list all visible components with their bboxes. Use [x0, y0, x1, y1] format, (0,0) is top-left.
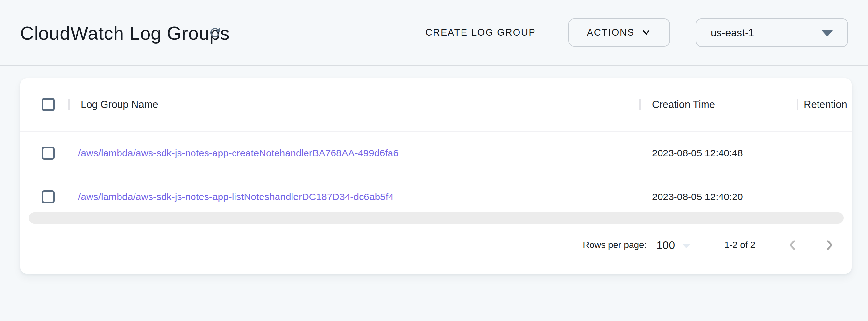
previous-page-button[interactable]: [786, 235, 800, 255]
table-header-row: Log Group Name Creation Time Retention: [20, 78, 852, 132]
dropdown-caret-icon: [822, 30, 833, 36]
table-row: /aws/lambda/aws-sdk-js-notes-app-listNot…: [20, 175, 852, 218]
actions-button-label: ACTIONS: [587, 27, 634, 38]
column-header-retention[interactable]: Retention: [804, 99, 847, 111]
cloudwatch-log-groups-screen: CloudWatch Log Groups CREATE LOG GROUP A…: [0, 0, 868, 321]
column-separator: [68, 99, 70, 111]
column-separator: [639, 99, 641, 111]
row-checkbox[interactable]: [42, 190, 55, 203]
header-divider: [682, 20, 682, 46]
row-checkbox[interactable]: [42, 147, 55, 160]
region-selector-value: us-east-1: [711, 27, 754, 39]
pagination-range: 1-2 of 2: [724, 240, 755, 250]
column-header-creation-time[interactable]: Creation Time: [652, 99, 715, 111]
column-header-log-group-name[interactable]: Log Group Name: [81, 99, 158, 111]
actions-button[interactable]: ACTIONS: [568, 18, 670, 47]
creation-time-cell: 2023-08-05 12:40:20: [652, 191, 743, 202]
chevron-right-icon: [824, 238, 834, 253]
creation-time-cell: 2023-08-05 12:40:48: [652, 148, 743, 159]
next-page-button[interactable]: [823, 235, 835, 255]
page-title: CloudWatch Log Groups: [20, 22, 229, 44]
log-groups-card: Log Group Name Creation Time Retention /…: [20, 78, 852, 274]
pagination-footer: Rows per page: 100 1-2 of 2: [20, 222, 852, 268]
select-all-checkbox[interactable]: [42, 98, 55, 111]
refresh-button[interactable]: [207, 25, 223, 40]
horizontal-scrollbar[interactable]: [29, 212, 844, 224]
dropdown-caret-icon: [682, 244, 690, 248]
chevron-down-icon: [641, 27, 651, 38]
rows-per-page-value: 100: [656, 239, 675, 252]
refresh-icon: [208, 26, 222, 39]
log-group-link[interactable]: /aws/lambda/aws-sdk-js-notes-app-createN…: [78, 148, 399, 159]
column-separator: [797, 99, 798, 111]
chevron-left-icon: [787, 238, 799, 253]
app-header: CloudWatch Log Groups CREATE LOG GROUP A…: [0, 0, 868, 66]
region-selector[interactable]: us-east-1: [696, 18, 848, 47]
rows-per-page-select[interactable]: 100: [656, 239, 690, 252]
table-row: /aws/lambda/aws-sdk-js-notes-app-createN…: [20, 132, 852, 175]
create-log-group-button[interactable]: CREATE LOG GROUP: [416, 18, 545, 46]
rows-per-page-label: Rows per page:: [583, 240, 647, 250]
log-group-link[interactable]: /aws/lambda/aws-sdk-js-notes-app-listNot…: [78, 191, 394, 202]
